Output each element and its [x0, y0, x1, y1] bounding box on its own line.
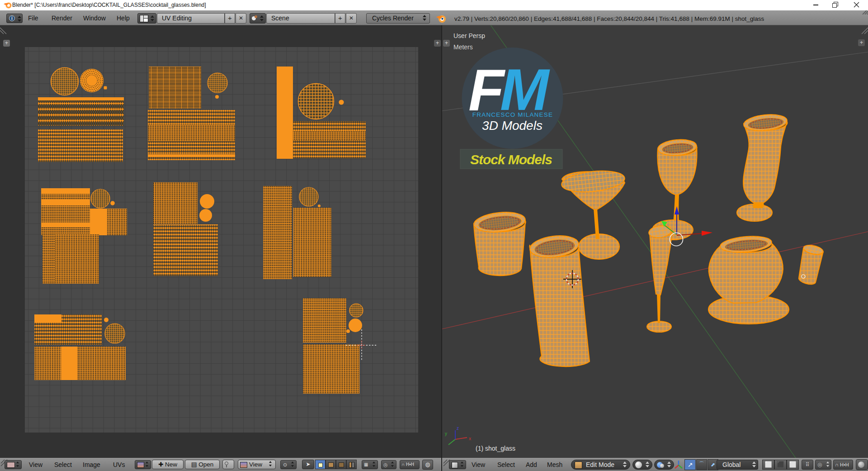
svg-text:(1) shot_glass: (1) shot_glass: [476, 445, 515, 452]
svg-text:x: x: [469, 436, 471, 441]
svg-text:z: z: [457, 426, 459, 431]
svg-text:FRANCESCO MILANESE: FRANCESCO MILANESE: [472, 111, 553, 118]
svg-text:Meters: Meters: [453, 43, 473, 51]
svg-text:3D Models: 3D Models: [482, 119, 542, 133]
svg-text:y: y: [445, 431, 447, 436]
svg-text:User Persp: User Persp: [453, 32, 485, 39]
svg-text:Stock Models: Stock Models: [470, 152, 552, 167]
